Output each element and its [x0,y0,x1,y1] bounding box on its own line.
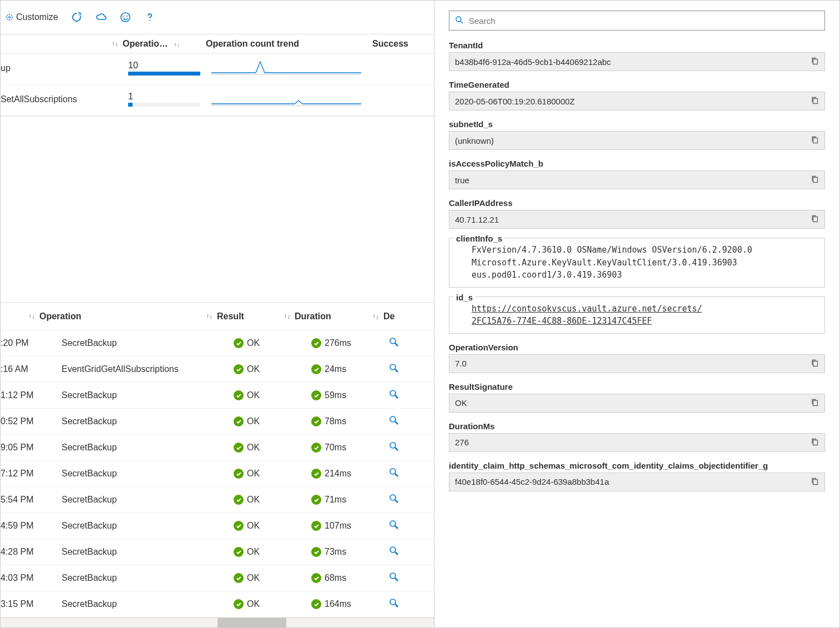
field-value[interactable]: 2020-05-06T00:19:20.6180000Z [449,92,825,110]
svg-rect-37 [813,400,818,405]
cell-details[interactable] [389,363,422,375]
cell-details[interactable] [389,520,422,532]
details-header: ↑↓ Operation ↑↓ Result ↑↓ Duration ↑↓ De [1,303,434,330]
sort-icon[interactable]: ↑↓ [206,313,212,320]
cell-details[interactable] [389,598,422,610]
copy-icon[interactable] [811,438,819,448]
table-row[interactable]: :20 PMSecretBackup OK 276ms [1,330,434,356]
table-row[interactable]: 0:52 PMSecretBackup OK 78ms [1,409,434,435]
field-value[interactable]: OK [449,394,825,413]
field-value[interactable]: f40e18f0-6544-45c2-9d24-639a8bb3b41a [449,473,825,491]
svg-point-11 [390,390,396,396]
sort-icon[interactable]: ↑↓ [372,313,379,320]
cell-details[interactable] [389,337,422,349]
field-value[interactable]: 276 [449,433,825,452]
copy-icon[interactable] [811,96,819,106]
sort-icon[interactable]: ↑↓ [174,41,180,48]
help-icon[interactable] [144,11,156,23]
magnifier-icon[interactable] [389,444,399,453]
svg-rect-36 [813,361,818,366]
cell-details[interactable] [389,389,422,401]
refresh-icon[interactable] [70,11,83,23]
field-label: ResultSignature [449,382,825,391]
sort-icon[interactable]: ↑↓ [284,313,290,320]
customize-button[interactable]: Customize [5,12,58,22]
table-row[interactable]: 3:15 PMSecretBackup OK 164ms [1,591,434,617]
copy-icon[interactable] [811,135,819,145]
copy-icon[interactable] [811,477,819,487]
cell-operation: SecretBackup [62,547,234,557]
copy-icon[interactable] [811,175,819,185]
summary-row[interactable]: up10 [1,54,434,85]
svg-point-7 [390,338,396,344]
cell-duration: 70ms [311,443,389,453]
cell-details[interactable] [389,494,422,506]
cell-details[interactable] [389,415,422,428]
search-box[interactable] [449,11,825,31]
horizontal-scrollbar[interactable] [1,617,434,627]
cell-result: OK [234,416,311,426]
cell-details[interactable] [389,468,422,480]
field-plain[interactable]: clientInfo_sFxVersion/4.7.3610.0 OSName/… [449,238,825,288]
field-value[interactable]: 40.71.12.21 [449,210,825,229]
cell-details[interactable] [389,546,422,558]
magnifier-icon[interactable] [389,574,399,584]
copy-icon[interactable] [811,214,819,224]
magnifier-icon[interactable] [389,365,399,375]
summary-header: ↑↓ Operatio… ↑↓ Operation count trend Su… [1,34,434,54]
col-result[interactable]: Result [217,312,244,321]
summary-row[interactable]: SetAllSubscriptions1 [1,85,434,116]
cell-operation: EventGridGetAllSubscriptions [62,364,234,374]
field-value[interactable]: 7.0 [449,354,825,373]
check-icon [234,495,244,505]
col-success[interactable]: Success [372,39,417,49]
sort-icon[interactable]: ↑↓ [28,313,35,320]
cell-details[interactable] [389,441,422,454]
cell-operation: SecretBackup [62,495,234,505]
table-row[interactable]: 9:05 PMSecretBackup OK 70ms [1,435,434,461]
magnifier-icon[interactable] [389,470,399,479]
search-input[interactable] [468,16,819,26]
magnifier-icon[interactable] [389,339,399,349]
feedback-icon[interactable] [119,11,131,23]
table-row[interactable]: 1:12 PMSecretBackup OK 59ms [1,383,434,409]
svg-line-30 [461,21,463,23]
field-plain[interactable]: id_shttps://contosokvscus.vault.azure.ne… [449,297,825,334]
col-operation[interactable]: Operatio… ↑↓ [123,39,206,49]
cell-duration: 71ms [311,495,389,505]
cloud-icon[interactable] [95,11,107,23]
magnifier-icon[interactable] [389,496,399,505]
col-trend[interactable]: Operation count trend [206,39,372,49]
magnifier-icon[interactable] [389,522,399,531]
magnifier-icon[interactable] [389,418,399,427]
toolbar: Customize [1,1,434,34]
table-row[interactable]: 4:03 PMSecretBackup OK 68ms [1,565,434,591]
cell-operation: SecretBackup [62,469,234,479]
copy-icon[interactable] [811,359,819,369]
table-row[interactable]: 4:28 PMSecretBackup OK 73ms [1,539,434,565]
table-row[interactable]: :16 AMEventGridGetAllSubscriptions OK 24… [1,356,434,383]
sort-icon[interactable]: ↑↓ [112,40,118,48]
col-details[interactable]: De [383,312,417,321]
field-value[interactable]: (unknown) [449,131,825,150]
copy-icon[interactable] [811,398,819,408]
check-icon [311,416,321,426]
col-duration[interactable]: Duration [295,312,331,321]
field-value[interactable]: b438b4f6-912a-46d5-9cb1-b44069212abc [449,52,825,71]
cell-details[interactable] [389,572,422,584]
cell-operation: SecretBackup [62,416,234,426]
table-row[interactable]: 7:12 PMSecretBackup OK 214ms [1,461,434,487]
table-row[interactable]: 5:54 PMSecretBackup OK 71ms [1,487,434,513]
magnifier-icon[interactable] [389,548,399,557]
svg-line-12 [395,395,398,398]
svg-line-28 [395,604,398,607]
copy-icon[interactable] [811,57,819,67]
field-label: DurationMs [449,421,825,431]
field-value[interactable]: true [449,170,825,189]
col-operation[interactable]: Operation [39,312,82,321]
table-row[interactable]: 4:59 PMSecretBackup OK 107ms [1,513,434,539]
magnifier-icon[interactable] [389,600,399,610]
magnifier-icon[interactable] [389,391,399,401]
summary-count: 10 [128,61,211,76]
cell-duration: 73ms [311,547,389,557]
